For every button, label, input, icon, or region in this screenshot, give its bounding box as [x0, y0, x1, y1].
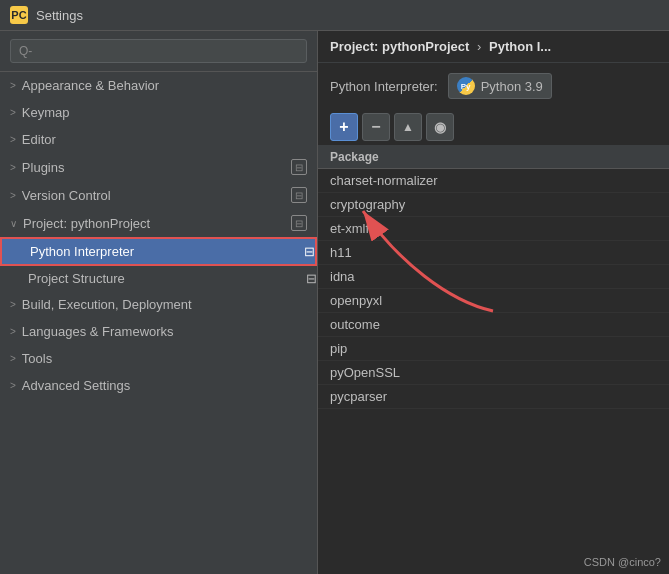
table-row[interactable]: et-xmlfile	[318, 217, 669, 241]
sidebar-item-advanced[interactable]: >Advanced Settings	[0, 372, 317, 399]
table-row[interactable]: cryptography	[318, 193, 669, 217]
table-row[interactable]: openpyxl	[318, 289, 669, 313]
package-name: cryptography	[330, 197, 657, 212]
package-name: openpyxl	[330, 293, 657, 308]
sidebar-item-label: Project Structure	[28, 271, 302, 286]
sidebar-item-label: Build, Execution, Deployment	[22, 297, 307, 312]
add-package-button[interactable]: +	[330, 113, 358, 141]
toolbar-row: + − ▲ ◉	[318, 109, 669, 146]
sidebar-item-project[interactable]: ∨Project: pythonProject⊟	[0, 209, 317, 237]
table-row[interactable]: outcome	[318, 313, 669, 337]
package-name: h11	[330, 245, 657, 260]
chevron-icon: ∨	[10, 218, 17, 229]
python-icon: Py	[457, 77, 475, 95]
chevron-icon: >	[10, 134, 16, 145]
sidebar-item-plugins[interactable]: >Plugins⊟	[0, 153, 317, 181]
sidebar-item-label: Python Interpreter	[30, 244, 300, 259]
chevron-icon: >	[10, 80, 16, 91]
interpreter-label: Python Interpreter:	[330, 79, 438, 94]
interpreter-row: Python Interpreter: Py Python 3.9	[318, 63, 669, 109]
sidebar-item-label: Languages & Frameworks	[22, 324, 307, 339]
remove-package-button[interactable]: −	[362, 113, 390, 141]
package-rows: charset-normalizercryptographyet-xmlfile…	[318, 169, 669, 409]
package-header: Package	[318, 146, 669, 169]
package-name: pyOpenSSL	[330, 365, 657, 380]
package-name: pip	[330, 341, 657, 356]
package-name: et-xmlfile	[330, 221, 657, 236]
table-row[interactable]: pyOpenSSL	[318, 361, 669, 385]
sidebar-item-label: Project: pythonProject	[23, 216, 287, 231]
sidebar-item-python-interpreter[interactable]: Python Interpreter⊟	[0, 237, 317, 266]
sidebar-item-label: Tools	[22, 351, 307, 366]
package-name: outcome	[330, 317, 657, 332]
settings-icon: ⊟	[291, 215, 307, 231]
table-row[interactable]: pip	[318, 337, 669, 361]
show-paths-button[interactable]: ◉	[426, 113, 454, 141]
table-row[interactable]: charset-normalizer	[318, 169, 669, 193]
settings-icon: ⊟	[304, 244, 315, 259]
settings-icon: ⊟	[291, 187, 307, 203]
table-row[interactable]: h11	[318, 241, 669, 265]
breadcrumb-project: Project: pythonProject	[330, 39, 469, 54]
search-input[interactable]	[10, 39, 307, 63]
sidebar-item-project-structure[interactable]: Project Structure⊟	[0, 266, 317, 291]
search-bar	[0, 31, 317, 72]
package-table: Package charset-normalizercryptographyet…	[318, 146, 669, 574]
chevron-icon: >	[10, 380, 16, 391]
watermark: CSDN @cinco?	[584, 556, 661, 568]
interpreter-selector[interactable]: Py Python 3.9	[448, 73, 552, 99]
breadcrumb: Project: pythonProject › Python I...	[318, 31, 669, 63]
sidebar-item-appearance[interactable]: >Appearance & Behavior	[0, 72, 317, 99]
sidebar-item-editor[interactable]: >Editor	[0, 126, 317, 153]
sidebar-item-label: Keymap	[22, 105, 307, 120]
chevron-icon: >	[10, 162, 16, 173]
package-name: idna	[330, 269, 657, 284]
package-column-label: Package	[330, 150, 379, 164]
sidebar-item-build-execution[interactable]: >Build, Execution, Deployment	[0, 291, 317, 318]
chevron-icon: >	[10, 299, 16, 310]
chevron-icon: >	[10, 107, 16, 118]
chevron-icon: >	[10, 326, 16, 337]
chevron-icon: >	[10, 190, 16, 201]
chevron-icon: >	[10, 353, 16, 364]
package-name: pycparser	[330, 389, 657, 404]
nav-list: >Appearance & Behavior>Keymap>Editor>Plu…	[0, 72, 317, 399]
sidebar-item-tools[interactable]: >Tools	[0, 345, 317, 372]
content-panel: Project: pythonProject › Python I... Pyt…	[318, 31, 669, 574]
move-up-button[interactable]: ▲	[394, 113, 422, 141]
interpreter-value: Python 3.9	[481, 79, 543, 94]
breadcrumb-arrow: ›	[477, 39, 481, 54]
title-bar: PC Settings	[0, 0, 669, 31]
breadcrumb-current: Python I...	[489, 39, 551, 54]
sidebar-item-label: Editor	[22, 132, 307, 147]
table-row[interactable]: idna	[318, 265, 669, 289]
package-name: charset-normalizer	[330, 173, 657, 188]
settings-icon: ⊟	[291, 159, 307, 175]
window-title: Settings	[36, 8, 83, 23]
app-icon: PC	[10, 6, 28, 24]
sidebar: >Appearance & Behavior>Keymap>Editor>Plu…	[0, 31, 318, 574]
table-row[interactable]: pycparser	[318, 385, 669, 409]
sidebar-item-label: Plugins	[22, 160, 287, 175]
sidebar-item-languages[interactable]: >Languages & Frameworks	[0, 318, 317, 345]
main-layout: >Appearance & Behavior>Keymap>Editor>Plu…	[0, 31, 669, 574]
sidebar-item-label: Appearance & Behavior	[22, 78, 307, 93]
sidebar-item-label: Advanced Settings	[22, 378, 307, 393]
settings-icon: ⊟	[306, 271, 317, 286]
sidebar-item-version-control[interactable]: >Version Control⊟	[0, 181, 317, 209]
sidebar-item-keymap[interactable]: >Keymap	[0, 99, 317, 126]
sidebar-item-label: Version Control	[22, 188, 287, 203]
